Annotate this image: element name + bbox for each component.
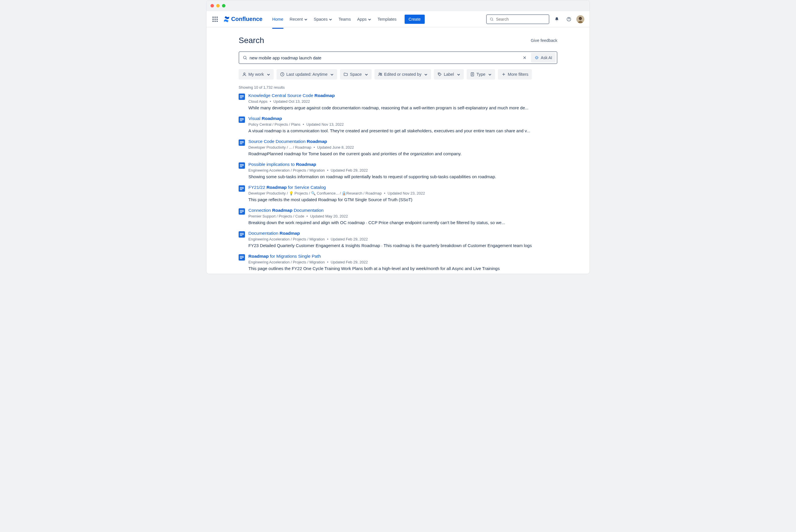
search-result: Knowledge Central Source Code RoadmapClo… bbox=[239, 93, 557, 110]
filter-edited-by[interactable]: Edited or created by bbox=[374, 69, 431, 79]
search-icon bbox=[489, 17, 494, 21]
avatar-icon bbox=[576, 15, 585, 23]
confluence-icon bbox=[223, 16, 230, 23]
results-summary: Showing 10 of 1,732 results bbox=[239, 85, 557, 90]
result-meta: Developer Productivity / ... / RoadmapUp… bbox=[248, 145, 557, 150]
chevron-down-icon bbox=[457, 73, 460, 76]
result-body: Source Code Documentation RoadmapDevelop… bbox=[248, 139, 557, 156]
grid-icon bbox=[212, 17, 218, 22]
page-icon bbox=[239, 163, 245, 169]
sparkle-icon bbox=[534, 55, 539, 60]
window-titlebar bbox=[206, 0, 590, 11]
result-title-link[interactable]: Visual Roadmap bbox=[248, 116, 557, 121]
result-snippet: RoadmapPlanned roadmap for Tome based on… bbox=[248, 151, 557, 156]
give-feedback-link[interactable]: Give feedback bbox=[531, 38, 557, 43]
help-icon bbox=[567, 17, 571, 21]
nav-links: Home Recent Spaces Teams Apps Templates bbox=[270, 15, 400, 24]
confluence-logo[interactable]: Confluence bbox=[223, 16, 262, 23]
svg-point-6 bbox=[243, 56, 246, 59]
nav-spaces[interactable]: Spaces bbox=[311, 15, 335, 24]
chevron-down-icon bbox=[304, 18, 308, 21]
window-close-button[interactable] bbox=[210, 4, 214, 7]
chevron-down-icon bbox=[424, 73, 428, 76]
page-icon bbox=[239, 208, 245, 215]
svg-point-2 bbox=[569, 20, 569, 20]
chevron-down-icon bbox=[267, 73, 270, 76]
result-body: Documentation RoadmapEngineering Acceler… bbox=[248, 231, 557, 248]
results-list: Knowledge Central Source Code RoadmapClo… bbox=[239, 93, 557, 271]
global-search-input[interactable] bbox=[496, 17, 546, 21]
search-query-input[interactable] bbox=[249, 55, 518, 60]
window-minimize-button[interactable] bbox=[216, 4, 220, 7]
app-window: Confluence Home Recent Spaces Teams Apps… bbox=[206, 0, 590, 274]
ask-ai-button[interactable]: Ask AI bbox=[531, 53, 556, 62]
result-meta: Engineering Acceleration / Projects / Mi… bbox=[248, 237, 557, 241]
people-icon bbox=[378, 72, 383, 77]
nav-apps[interactable]: Apps bbox=[354, 15, 374, 24]
search-result: FY21/22 Roadmap for Service CatalogDevel… bbox=[239, 185, 557, 202]
ask-ai-label: Ask AI bbox=[541, 55, 552, 60]
tag-icon bbox=[437, 72, 442, 77]
create-button[interactable]: Create bbox=[405, 15, 425, 24]
result-body: Connection Roadmap DocumentationPremier … bbox=[248, 208, 557, 225]
result-meta: Policy Central / Projects / PlansUpdated… bbox=[248, 122, 557, 127]
result-snippet: A visual roadmap is a communication tool… bbox=[248, 128, 557, 133]
result-body: Knowledge Central Source Code RoadmapClo… bbox=[248, 93, 557, 110]
nav-recent[interactable]: Recent bbox=[287, 15, 310, 24]
nav-teams[interactable]: Teams bbox=[336, 15, 354, 24]
page-icon bbox=[239, 231, 245, 238]
help-button[interactable] bbox=[564, 15, 573, 24]
nav-templates[interactable]: Templates bbox=[375, 15, 400, 24]
search-result: Connection Roadmap DocumentationPremier … bbox=[239, 208, 557, 225]
top-nav: Confluence Home Recent Spaces Teams Apps… bbox=[206, 11, 590, 27]
result-snippet: Showing some sub-tasks information on ro… bbox=[248, 174, 557, 179]
chevron-down-icon bbox=[368, 18, 371, 21]
filter-type[interactable]: Type bbox=[467, 69, 495, 79]
filter-last-updated[interactable]: Last updated: Anytime bbox=[277, 69, 337, 79]
search-result: Visual RoadmapPolicy Central / Projects … bbox=[239, 116, 557, 133]
result-snippet: This page outlines the FY22 One Cycle Tr… bbox=[248, 266, 557, 271]
filter-label[interactable]: Label bbox=[434, 69, 463, 79]
page-title: Search bbox=[239, 36, 264, 45]
traffic-lights bbox=[210, 4, 225, 7]
result-snippet: While many developers argue against code… bbox=[248, 105, 557, 110]
result-title-link[interactable]: Possible implications to Roadmap bbox=[248, 162, 557, 167]
chevron-down-icon bbox=[329, 18, 332, 21]
page-icon bbox=[239, 116, 245, 123]
result-title-link[interactable]: FY21/22 Roadmap for Service Catalog bbox=[248, 185, 557, 190]
page-icon bbox=[239, 185, 245, 192]
filter-space[interactable]: Space bbox=[340, 69, 371, 79]
filter-my-work[interactable]: My work bbox=[239, 69, 274, 79]
clear-search-button[interactable] bbox=[521, 54, 529, 62]
document-icon bbox=[470, 72, 475, 77]
result-title-link[interactable]: Documentation Roadmap bbox=[248, 231, 557, 236]
notifications-button[interactable] bbox=[552, 15, 561, 24]
result-body: Roadmap for Migrations Single PathEngine… bbox=[248, 254, 557, 271]
result-snippet: FY23 Detailed Quarterly Customer Engagem… bbox=[248, 243, 557, 248]
page-icon bbox=[239, 94, 245, 100]
product-name: Confluence bbox=[231, 16, 262, 22]
result-title-link[interactable]: Source Code Documentation Roadmap bbox=[248, 139, 557, 144]
result-title-link[interactable]: Knowledge Central Source Code Roadmap bbox=[248, 93, 557, 98]
user-avatar[interactable] bbox=[576, 15, 585, 23]
result-title-link[interactable]: Roadmap for Migrations Single Path bbox=[248, 254, 557, 259]
search-result: Roadmap for Migrations Single PathEngine… bbox=[239, 254, 557, 271]
result-snippet: This page reflects the most updated Road… bbox=[248, 197, 557, 202]
svg-point-0 bbox=[490, 18, 493, 20]
search-bar: Ask AI bbox=[239, 51, 557, 64]
global-search[interactable] bbox=[486, 14, 549, 24]
svg-point-10 bbox=[381, 73, 382, 74]
svg-point-9 bbox=[379, 73, 380, 74]
result-title-link[interactable]: Connection Roadmap Documentation bbox=[248, 208, 557, 213]
nav-home[interactable]: Home bbox=[270, 15, 286, 24]
page-icon bbox=[239, 254, 245, 261]
search-result: Possible implications to RoadmapEngineer… bbox=[239, 162, 557, 179]
result-body: Visual RoadmapPolicy Central / Projects … bbox=[248, 116, 557, 133]
result-body: Possible implications to RoadmapEngineer… bbox=[248, 162, 557, 179]
more-filters-button[interactable]: More filters bbox=[498, 69, 532, 79]
app-switcher-button[interactable] bbox=[211, 16, 219, 23]
window-maximize-button[interactable] bbox=[222, 4, 225, 7]
clock-icon bbox=[280, 72, 284, 77]
plus-icon bbox=[501, 72, 506, 77]
svg-point-11 bbox=[439, 74, 439, 74]
